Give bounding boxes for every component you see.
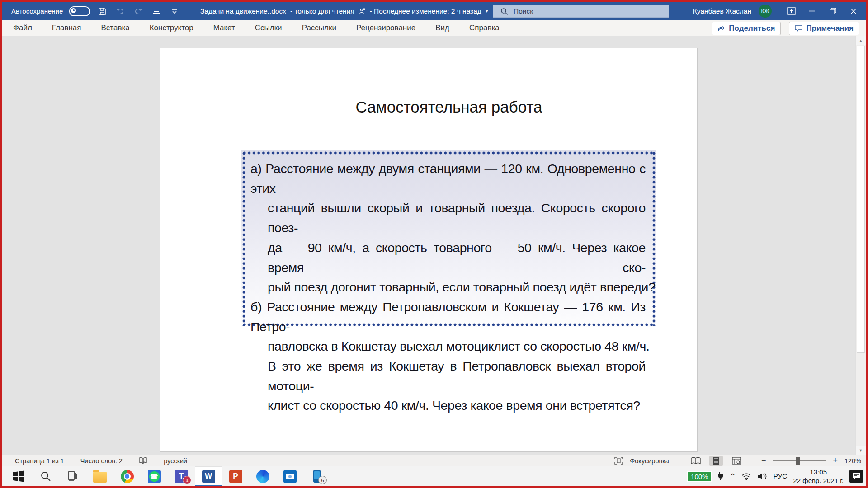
windows-taskbar: ☎ T 1 W P 6 100% bbox=[2, 466, 866, 486]
quick-access-toolbar: Автосохранение bbox=[11, 2, 180, 20]
tab-view[interactable]: Вид bbox=[435, 23, 449, 33]
problem-line: б) Расстояние между Петропавловском и Ко… bbox=[241, 297, 656, 337]
comments-label: Примечания bbox=[806, 24, 854, 33]
share-label: Поделиться bbox=[729, 24, 775, 33]
zoom-slider-thumb[interactable] bbox=[796, 457, 800, 465]
clock[interactable]: 13:05 22 февр. 2021 г. bbox=[793, 468, 844, 485]
user-name[interactable]: Куанбаев Жаслан bbox=[693, 7, 751, 15]
ribbon-display-options-button[interactable] bbox=[781, 2, 802, 20]
tab-review[interactable]: Рецензирование bbox=[356, 23, 415, 33]
tab-layout[interactable]: Макет bbox=[213, 23, 235, 33]
scroll-down-icon[interactable]: ▼ bbox=[856, 446, 866, 455]
screen: Автосохранение Задачи на движение..docx … bbox=[0, 0, 868, 488]
focus-icon bbox=[614, 457, 623, 465]
tab-help[interactable]: Справка bbox=[469, 23, 500, 33]
problem-text: а) Расстояние между двумя станциями — 12… bbox=[241, 159, 656, 416]
problem-line: В это же время из Кокшетау в Петропавлов… bbox=[241, 357, 656, 396]
share-icon bbox=[717, 25, 725, 32]
phone-badge: 6 bbox=[318, 476, 327, 484]
your-phone-icon[interactable]: 6 bbox=[303, 466, 330, 486]
readonly-status: - только для чтения bbox=[290, 7, 354, 15]
status-left: Страница 1 из 1 Число слов: 2 русский bbox=[15, 455, 187, 466]
tab-mailings[interactable]: Рассылки bbox=[302, 23, 336, 33]
battery-percent-badge[interactable]: 100% bbox=[687, 471, 712, 482]
document-page[interactable]: Самостоятельная работа а) Расстояние меж… bbox=[160, 48, 698, 452]
tab-insert[interactable]: Вставка bbox=[101, 23, 130, 33]
document-canvas: Самостоятельная работа а) Расстояние меж… bbox=[2, 36, 866, 455]
problem-line: станций вышли скорый и товарный поезда. … bbox=[241, 198, 656, 238]
redo-icon[interactable] bbox=[132, 5, 144, 17]
whatsapp-icon[interactable]: ☎ bbox=[141, 466, 168, 486]
teams-icon[interactable]: T 1 bbox=[168, 466, 195, 486]
chrome-icon[interactable] bbox=[113, 466, 141, 486]
problem-line: клист со скоростью 40 км/ч. Через какое … bbox=[241, 396, 656, 416]
tab-home[interactable]: Главная bbox=[52, 23, 81, 33]
ribbon-tabs: Файл Главная Вставка Конструктор Макет С… bbox=[13, 20, 500, 36]
vertical-scrollbar[interactable]: ▲ ▼ bbox=[855, 36, 866, 455]
comment-icon bbox=[795, 25, 802, 32]
problem-line: да — 90 км/ч, а скорость товарного — 50 … bbox=[241, 238, 656, 277]
caret-down-icon[interactable]: ▾ bbox=[486, 8, 488, 14]
page-number-status[interactable]: Страница 1 из 1 bbox=[15, 457, 64, 465]
document-heading: Самостоятельная работа bbox=[241, 98, 656, 116]
minimize-button[interactable] bbox=[802, 2, 822, 20]
web-layout-button[interactable] bbox=[730, 456, 743, 466]
problem-line: павловска в Кокшетау выехал мотоциклист … bbox=[241, 337, 656, 357]
autosave-label: Автосохранение bbox=[11, 7, 63, 15]
problem-image-box[interactable]: а) Расстояние между двумя станциями — 12… bbox=[241, 150, 656, 327]
tab-design[interactable]: Конструктор bbox=[150, 23, 193, 33]
restore-button[interactable] bbox=[822, 2, 843, 20]
save-icon[interactable] bbox=[96, 5, 108, 17]
titlebar-right: Куанбаев Жаслан КЖ bbox=[693, 2, 864, 20]
scrollbar-thumb[interactable] bbox=[857, 46, 865, 353]
problem-line: рый поезд догонит товарный, если товарны… bbox=[241, 277, 656, 297]
word-icon[interactable]: W bbox=[195, 466, 222, 486]
volume-icon[interactable] bbox=[757, 472, 767, 480]
hidden-icons-chevron[interactable]: ⌃ bbox=[730, 472, 736, 480]
start-button[interactable] bbox=[5, 466, 32, 486]
autosave-toggle[interactable] bbox=[69, 6, 90, 16]
language-status[interactable]: русский bbox=[164, 457, 187, 465]
close-button[interactable] bbox=[843, 2, 864, 20]
search-input[interactable]: Поиск bbox=[493, 5, 669, 18]
zoom-level[interactable]: 120% bbox=[844, 457, 861, 465]
system-tray: 100% ⌃ РУС 13:05 22 февр. 2021 г. bbox=[687, 466, 863, 486]
undo-icon[interactable] bbox=[114, 5, 126, 17]
touch-mouse-mode-icon[interactable] bbox=[151, 5, 162, 17]
tab-references[interactable]: Ссылки bbox=[255, 23, 282, 33]
print-layout-button[interactable] bbox=[709, 456, 723, 466]
word-count-status[interactable]: Число слов: 2 bbox=[80, 457, 123, 465]
customize-quick-access-chevron-icon[interactable] bbox=[169, 5, 180, 17]
tray-date: 22 февр. 2021 г. bbox=[793, 476, 844, 485]
tab-file[interactable]: Файл bbox=[13, 23, 32, 33]
read-mode-button[interactable] bbox=[689, 456, 703, 466]
task-view-icon[interactable] bbox=[59, 466, 86, 486]
zoom-slider[interactable] bbox=[773, 460, 826, 461]
zoom-in-button[interactable]: + bbox=[833, 456, 838, 465]
wifi-icon[interactable] bbox=[741, 473, 751, 480]
avatar[interactable]: КЖ bbox=[759, 5, 772, 18]
powerpoint-icon[interactable]: P bbox=[222, 466, 249, 486]
tray-time: 13:05 bbox=[793, 468, 844, 476]
action-center-icon[interactable] bbox=[849, 470, 863, 483]
status-bar: Страница 1 из 1 Число слов: 2 русский Фо… bbox=[2, 455, 866, 466]
taskbar-search-icon[interactable] bbox=[32, 466, 59, 486]
problem-line: а) Расстояние между двумя станциями — 12… bbox=[241, 159, 656, 198]
share-button[interactable]: Поделиться bbox=[712, 22, 781, 35]
edge-icon[interactable] bbox=[249, 466, 276, 486]
input-language-indicator[interactable]: РУС bbox=[773, 472, 787, 480]
zoom-out-button[interactable]: − bbox=[761, 456, 766, 465]
teams-badge: 1 bbox=[183, 476, 191, 484]
file-explorer-icon[interactable] bbox=[86, 466, 113, 486]
scroll-up-icon[interactable]: ▲ bbox=[856, 36, 866, 45]
document-title-area[interactable]: Задачи на движение..docx - только для чт… bbox=[200, 2, 488, 20]
power-plug-icon bbox=[717, 472, 724, 481]
proofing-icon[interactable] bbox=[139, 457, 147, 465]
search-placeholder: Поиск bbox=[514, 7, 533, 15]
mail-app-icon[interactable] bbox=[276, 466, 303, 486]
comments-button[interactable]: Примечания bbox=[789, 22, 859, 35]
last-modified-status: - Последнее изменение: 2 ч назад bbox=[370, 7, 481, 15]
status-right: Фокусировка − + 120% bbox=[614, 455, 861, 466]
focus-label[interactable]: Фокусировка bbox=[630, 457, 669, 465]
dotted-border-top bbox=[243, 151, 655, 155]
